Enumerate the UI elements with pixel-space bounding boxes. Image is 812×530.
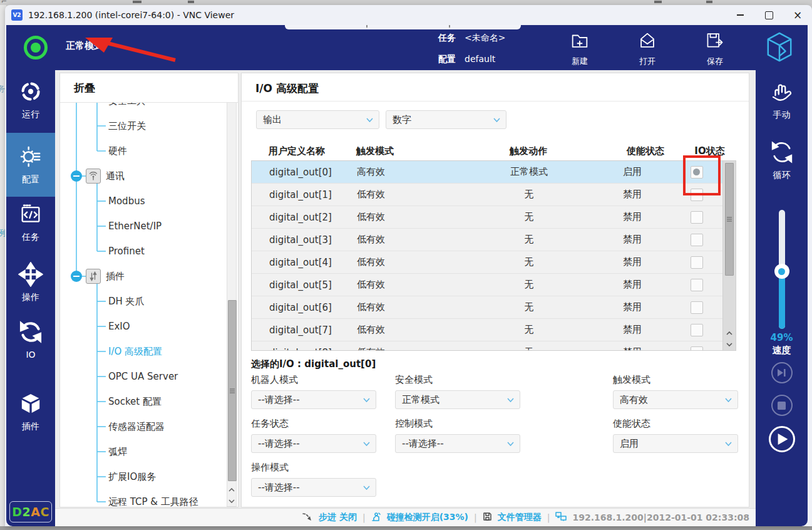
form-select[interactable]: --请选择-- bbox=[251, 434, 376, 453]
annotation-highlight-box bbox=[683, 155, 721, 195]
io-signal-type-select[interactable]: 数字 bbox=[386, 110, 506, 129]
sidebar-item-io[interactable]: IO bbox=[6, 320, 55, 370]
tree-collapse-header[interactable]: 折叠 bbox=[60, 73, 238, 103]
vnc-viewer-window: V2 192.168.1.200 (intel-corei7-64:0) - V… bbox=[5, 5, 812, 526]
form-select[interactable]: --请选择-- bbox=[395, 434, 520, 453]
table-row[interactable]: digital_out[8] 低有效 无 禁用 bbox=[252, 341, 723, 351]
table-row[interactable]: digital_out[5] 低有效 无 禁用 bbox=[252, 274, 723, 296]
io-state-indicator bbox=[691, 234, 703, 246]
task-value: <未命名> bbox=[465, 33, 505, 44]
tree-item[interactable]: 三位开关 bbox=[60, 113, 227, 138]
table-row[interactable]: digital_out[0] 高有效 正常模式 启用 bbox=[252, 161, 723, 184]
tree-item[interactable]: 远程 TCP & 工具路径 bbox=[60, 489, 227, 507]
tree-item[interactable]: 插件 bbox=[60, 264, 227, 289]
table-scroll-up-button[interactable] bbox=[725, 328, 734, 338]
form-select[interactable]: 高有效 bbox=[613, 390, 738, 409]
form-column-2: 安全模式 正常模式 控制模式 --请选择-- bbox=[395, 374, 520, 462]
speed-slider-thumb[interactable] bbox=[774, 264, 789, 279]
vnc-toolbar-tab[interactable] bbox=[285, 25, 521, 29]
form-field: 触发模式 高有效 bbox=[613, 374, 738, 409]
tree-scroll-up-button[interactable] bbox=[227, 484, 236, 495]
config-tree-panel: 折叠 bbox=[59, 73, 239, 507]
tree-scrollbar[interactable] bbox=[227, 102, 237, 507]
tree-item[interactable]: 通讯 bbox=[60, 164, 227, 189]
speed-label: 速度 bbox=[756, 345, 808, 356]
form-field: 操作模式 --请选择-- bbox=[251, 462, 376, 497]
tree-item[interactable]: ExIO bbox=[60, 314, 227, 339]
window-titlebar[interactable]: V2 192.168.1.200 (intel-corei7-64:0) - V… bbox=[5, 5, 812, 25]
sidebar-item-operate[interactable]: 操作 bbox=[6, 262, 55, 312]
remote-desktop: 正常模式 任务 <未命名> 配置 default bbox=[6, 25, 808, 526]
step-status[interactable]: 步进 关闭 bbox=[319, 512, 357, 523]
collision-status[interactable]: 碰撞检测开启(33%) bbox=[387, 512, 468, 523]
field-label: 操作模式 bbox=[251, 462, 376, 474]
chevron-down-icon bbox=[725, 398, 732, 402]
table-row[interactable]: digital_out[2] 低有效 无 禁用 bbox=[252, 206, 723, 229]
form-field: 使能状态 启用 bbox=[613, 418, 738, 453]
form-select[interactable]: 启用 bbox=[613, 434, 738, 453]
stop-button[interactable] bbox=[771, 395, 793, 416]
tree-item[interactable]: 弧焊 bbox=[60, 439, 227, 464]
tree-item[interactable]: Profinet bbox=[60, 239, 227, 264]
step-forward-button[interactable] bbox=[771, 362, 793, 383]
right-sidebar: 手动 循环 49% 速度 bbox=[756, 70, 808, 526]
table-row[interactable]: digital_out[3] 低有效 无 禁用 bbox=[252, 229, 723, 251]
brand-logo-icon bbox=[765, 31, 794, 65]
tree-item[interactable]: I/O 高级配置 bbox=[60, 339, 227, 364]
sidebar-item-plugin[interactable]: 插件 bbox=[6, 391, 55, 441]
chevron-down-icon bbox=[363, 442, 370, 446]
io-table: 用户定义名称 触发模式 触发动作 使能状态 IO状态 bbox=[251, 142, 736, 351]
new-task-button[interactable]: 新建 bbox=[560, 30, 599, 67]
tree-item[interactable]: Modbus bbox=[60, 189, 227, 214]
table-scrollbar[interactable] bbox=[722, 161, 736, 350]
form-field: 控制模式 --请选择-- bbox=[395, 418, 520, 453]
workspace: 折叠 bbox=[55, 70, 756, 526]
maximize-button[interactable] bbox=[754, 5, 783, 25]
close-button[interactable]: × bbox=[783, 5, 812, 25]
selected-io-label: 选择的I/O : digital_out[0] bbox=[251, 358, 376, 370]
form-field: 安全模式 正常模式 bbox=[395, 374, 520, 409]
minimize-button[interactable] bbox=[726, 5, 754, 25]
sidebar-item-task[interactable]: 任务 bbox=[6, 202, 55, 252]
form-column-1: 机器人模式 --请选择-- 任务状态 --请选择-- bbox=[251, 374, 376, 506]
tree-item[interactable]: EtherNet/IP bbox=[60, 214, 227, 239]
open-task-button[interactable]: 打开 bbox=[628, 30, 667, 67]
table-scroll-down-button[interactable] bbox=[725, 339, 734, 350]
save-task-button[interactable]: 保存 bbox=[696, 30, 734, 67]
play-button[interactable] bbox=[769, 426, 795, 452]
chevron-down-icon bbox=[363, 398, 370, 402]
tree-item[interactable]: 传感器适配器 bbox=[60, 414, 227, 439]
table-row[interactable]: digital_out[7] 低有效 无 禁用 bbox=[252, 319, 723, 341]
table-row[interactable]: digital_out[6] 低有效 无 禁用 bbox=[252, 296, 723, 319]
hand-icon bbox=[769, 79, 795, 108]
table-row[interactable]: digital_out[4] 低有效 无 禁用 bbox=[252, 251, 723, 274]
tree-item[interactable]: DH 夹爪 bbox=[60, 289, 227, 314]
code-window-icon bbox=[18, 202, 43, 229]
table-row[interactable]: digital_out[1] 低有效 无 禁用 bbox=[252, 184, 723, 206]
tree-item[interactable]: 扩展IO服务 bbox=[60, 464, 227, 489]
stop-icon bbox=[778, 402, 786, 410]
tree-item[interactable]: 硬件 bbox=[60, 138, 227, 164]
d2ac-badge[interactable]: D2AC bbox=[9, 501, 52, 522]
file-manager-link[interactable]: 文件管理器 bbox=[498, 512, 542, 523]
tree-items: 安全工具 bbox=[60, 88, 227, 507]
tree-item[interactable]: Socket 配置 bbox=[60, 389, 227, 414]
io-direction-select[interactable]: 输出 bbox=[256, 110, 379, 129]
io-table-header: 用户定义名称 触发模式 触发动作 使能状态 IO状态 bbox=[251, 142, 736, 160]
manual-mode-button[interactable]: 手动 bbox=[756, 79, 808, 121]
sidebar-item-config[interactable]: 配置 bbox=[6, 133, 55, 197]
sidebar-item-run[interactable]: 运行 bbox=[6, 79, 55, 129]
tree-item[interactable]: OPC UA Server bbox=[60, 364, 227, 389]
tree-scroll-down-button[interactable] bbox=[227, 496, 236, 506]
speed-value: 49% bbox=[756, 332, 808, 343]
connection-address-time: 192.168.1.200|2012-01-01 02:33:08 bbox=[572, 512, 749, 522]
speed-slider[interactable] bbox=[779, 210, 785, 329]
window-title: 192.168.1.200 (intel-corei7-64:0) - VNC … bbox=[28, 10, 234, 20]
chevron-down-icon bbox=[493, 118, 500, 122]
form-select[interactable]: 正常模式 bbox=[395, 390, 520, 409]
loop-mode-button[interactable]: 循环 bbox=[756, 139, 808, 181]
tree-scrollbar-thumb[interactable] bbox=[228, 300, 237, 481]
form-select[interactable]: --请选择-- bbox=[251, 478, 376, 497]
form-select[interactable]: --请选择-- bbox=[251, 390, 376, 409]
table-scrollbar-thumb[interactable] bbox=[725, 163, 734, 276]
